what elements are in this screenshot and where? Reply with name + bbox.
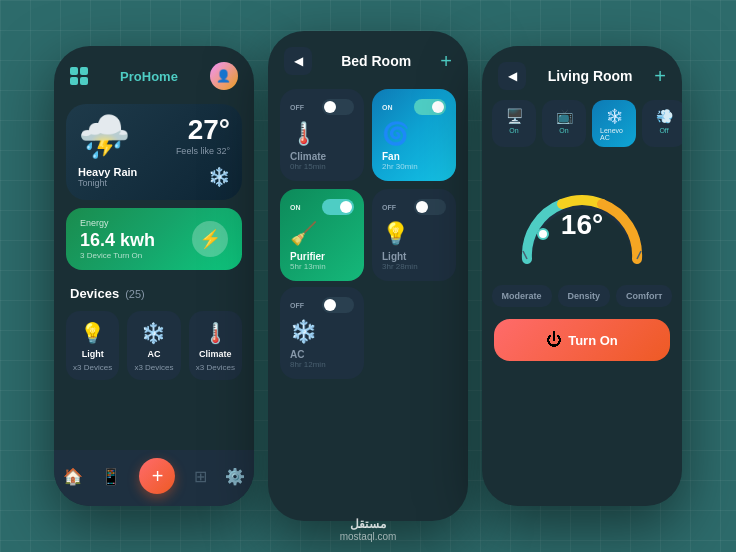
light-toggle[interactable] xyxy=(414,199,446,215)
svg-point-0 xyxy=(538,229,548,239)
wind-icon: ❄️ xyxy=(208,166,230,188)
climate-icon: 🌡️ xyxy=(203,321,228,345)
phones-container: ProHome 👤 ⛈️ 27° Feels like 32° Heavy Ra… xyxy=(54,31,682,521)
p1-avatar[interactable]: 👤 xyxy=(210,62,238,90)
climate-device-icon: 🌡️ xyxy=(290,121,354,147)
turn-on-button[interactable]: ⏻ Turn On xyxy=(494,319,670,361)
device-card-climate[interactable]: 🌡️ Climate x3 Devices xyxy=(189,311,242,380)
turn-on-label: Turn On xyxy=(568,333,618,348)
mode-moderate[interactable]: Moderate xyxy=(492,285,552,307)
p3-devices-row: 🖥️ On 📺 On ❄️ Lenevo AC 💨 Off xyxy=(482,100,682,159)
p1-header: ProHome 👤 xyxy=(54,46,254,98)
temperature-gauge: 16° xyxy=(482,159,682,285)
weather-condition: Heavy Rain Tonight xyxy=(78,166,137,188)
mode-comfort[interactable]: Comforт xyxy=(616,285,672,307)
power-icon: ⏻ xyxy=(546,331,562,349)
p2-room-title: Bed Room xyxy=(341,53,411,69)
nav-home[interactable]: 🏠 xyxy=(63,467,83,486)
p2-purifier-card[interactable]: ON 🧹 Purifier 5hr 13min xyxy=(280,189,364,281)
p2-fan-card[interactable]: ON 🌀 Fan 2hr 30min xyxy=(372,89,456,181)
energy-card: Energy 16.4 kwh 3 Device Turn On ⚡ xyxy=(66,208,242,270)
bolt-icon: ⚡ xyxy=(192,221,228,257)
devices-grid: 💡 Light x3 Devices ❄️ AC x3 Devices 🌡️ C… xyxy=(54,305,254,392)
p2-back-button[interactable]: ◀ xyxy=(284,47,312,75)
light-icon: 💡 xyxy=(80,321,105,345)
p2-climate-card[interactable]: OFF 🌡️ Climate 0hr 15min xyxy=(280,89,364,181)
climate-toggle[interactable] xyxy=(322,99,354,115)
lenovo-ac-icon: ❄️ xyxy=(606,108,623,124)
p3-device-washer[interactable]: 🖥️ On xyxy=(492,100,536,147)
phone-3: ◀ Living Room + 🖥️ On 📺 On ❄️ Lenevo AC … xyxy=(482,46,682,506)
nav-devices[interactable]: 📱 xyxy=(101,467,121,486)
p2-ac-card[interactable]: OFF ❄️ AC 8hr 12min xyxy=(280,287,364,379)
temperature-block: 27° Feels like 32° xyxy=(176,116,230,156)
nav-settings[interactable]: ⚙️ xyxy=(225,467,245,486)
p2-ac-row: OFF ❄️ AC 8hr 12min xyxy=(268,287,468,391)
other-icon: 💨 xyxy=(656,108,673,124)
device-card-ac[interactable]: ❄️ AC x3 Devices xyxy=(127,311,180,380)
grid-icon[interactable] xyxy=(70,67,88,85)
p3-device-tv[interactable]: 📺 On xyxy=(542,100,586,147)
devices-header: Devices (25) xyxy=(54,278,254,305)
ac-device-icon: ❄️ xyxy=(290,319,354,345)
bottom-nav: 🏠 📱 + ⊞ ⚙️ xyxy=(54,450,254,506)
nav-scenes[interactable]: ⊞ xyxy=(194,467,207,486)
fab-add[interactable]: + xyxy=(139,458,175,494)
purifier-device-icon: 🧹 xyxy=(290,221,354,247)
p3-device-other[interactable]: 💨 Off xyxy=(642,100,682,147)
p3-add-button[interactable]: + xyxy=(654,65,666,88)
weather-cloud-icon: ⛈️ xyxy=(78,116,130,158)
purifier-toggle[interactable] xyxy=(322,199,354,215)
fan-device-icon: 🌀 xyxy=(382,121,446,147)
p1-app-title: ProHome xyxy=(120,69,178,84)
p2-light-card[interactable]: OFF 💡 Light 3hr 28min xyxy=(372,189,456,281)
phone-2: ◀ Bed Room + OFF 🌡️ Climate 0hr 15min ON xyxy=(268,31,468,521)
ac-toggle[interactable] xyxy=(322,297,354,313)
temperature-value: 27° xyxy=(176,116,230,144)
tv-icon: 📺 xyxy=(556,108,573,124)
mode-density[interactable]: Density xyxy=(558,285,611,307)
feels-like: Feels like 32° xyxy=(176,146,230,156)
phone-1: ProHome 👤 ⛈️ 27° Feels like 32° Heavy Ra… xyxy=(54,46,254,506)
p2-add-button[interactable]: + xyxy=(440,50,452,73)
gauge-wrapper: 16° xyxy=(507,169,657,269)
light-device-icon: 💡 xyxy=(382,221,446,247)
watermark: مستقل mostaql.com xyxy=(340,517,397,542)
ac-icon: ❄️ xyxy=(141,321,166,345)
p3-device-ac[interactable]: ❄️ Lenevo AC xyxy=(592,100,636,147)
weather-card: ⛈️ 27° Feels like 32° Heavy Rain Tonight… xyxy=(66,104,242,200)
fan-toggle[interactable] xyxy=(414,99,446,115)
p3-room-title: Living Room xyxy=(548,68,633,84)
p2-header: ◀ Bed Room + xyxy=(268,31,468,83)
washer-icon: 🖥️ xyxy=(506,108,523,124)
mode-buttons: Moderate Density Comforт xyxy=(482,285,682,319)
p3-back-button[interactable]: ◀ xyxy=(498,62,526,90)
p3-header: ◀ Living Room + xyxy=(482,46,682,100)
gauge-temp-display: 16° xyxy=(561,209,603,241)
energy-info: Energy 16.4 kwh 3 Device Turn On xyxy=(80,218,155,260)
p2-cards-grid: OFF 🌡️ Climate 0hr 15min ON 🌀 Fan 2hr 30… xyxy=(268,83,468,287)
device-card-light[interactable]: 💡 Light x3 Devices xyxy=(66,311,119,380)
